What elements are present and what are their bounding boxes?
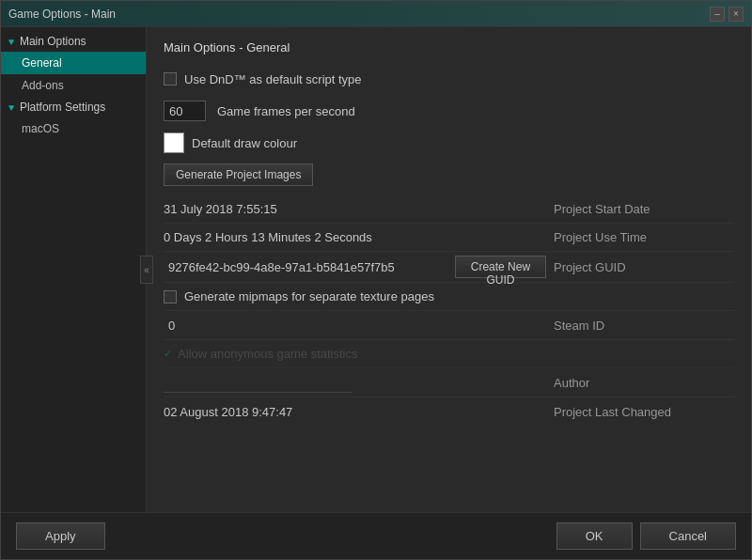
footer-right: OK Cancel — [556, 522, 736, 550]
sidebar-item-addons[interactable]: Add-ons — [1, 74, 146, 97]
sidebar-item-macos[interactable]: macOS — [1, 117, 146, 140]
mipmaps-checkbox[interactable] — [164, 290, 177, 303]
draw-colour-row: Default draw colour — [164, 132, 734, 154]
expand-arrow-icon: ▼ — [7, 37, 16, 47]
project-use-time-row: 0 Days 2 Hours 13 Minutes 2 Seconds Proj… — [164, 224, 734, 252]
fps-label: Game frames per second — [217, 104, 355, 118]
fps-input[interactable] — [164, 101, 206, 121]
sidebar-item-general[interactable]: General — [1, 52, 146, 74]
fps-row: Game frames per second — [164, 100, 734, 122]
author-input[interactable] — [164, 372, 352, 393]
anonymous-label: Allow anonymous game statistics — [178, 347, 357, 361]
sidebar-platform-label: Platform Settings — [20, 101, 105, 114]
mipmaps-label: Generate mipmaps for separate texture pa… — [184, 289, 434, 303]
project-last-changed-row: 02 August 2018 9:47:47 Project Last Chan… — [164, 397, 734, 426]
steam-id-label: Steam ID — [546, 319, 734, 333]
footer: Apply OK Cancel — [1, 512, 751, 559]
steam-id-input[interactable] — [164, 315, 239, 335]
guid-input[interactable] — [164, 257, 447, 277]
project-start-date-value: 31 July 2018 7:55:15 — [164, 202, 546, 216]
content-title: Main Options - General — [164, 40, 734, 54]
project-start-date-label: Project Start Date — [546, 202, 734, 216]
project-guid-row: Create New GUID Project GUID — [164, 252, 734, 283]
minimize-button[interactable]: – — [710, 7, 725, 22]
anonymous-row: ✓ Allow anonymous game statistics — [164, 340, 734, 368]
titlebar-controls: – × — [710, 7, 744, 22]
create-guid-button[interactable]: Create New GUID — [455, 256, 546, 278]
project-last-changed-value: 02 August 2018 9:47:47 — [164, 405, 546, 419]
generate-images-button[interactable]: Generate Project Images — [164, 163, 313, 186]
dnd-row: Use DnD™ as default script type — [164, 68, 734, 90]
sidebar-group-platform-settings[interactable]: ▼ Platform Settings — [1, 97, 146, 117]
dnd-label: Use DnD™ as default script type — [184, 72, 362, 86]
author-label: Author — [546, 376, 734, 390]
gen-images-row: Generate Project Images — [164, 163, 734, 186]
steam-id-row: Steam ID — [164, 311, 734, 340]
guid-container: Create New GUID — [164, 256, 546, 278]
dnd-checkbox[interactable] — [164, 72, 177, 86]
apply-button[interactable]: Apply — [16, 522, 105, 550]
sidebar: ▼ Main Options General Add-ons ▼ Platfor… — [1, 27, 147, 512]
close-button[interactable]: × — [728, 7, 744, 22]
check-icon: ✓ — [164, 348, 172, 360]
expand-arrow-platform-icon: ▼ — [7, 102, 16, 113]
main-content: ▼ Main Options General Add-ons ▼ Platfor… — [1, 27, 751, 512]
sidebar-group-main-options[interactable]: ▼ Main Options — [1, 31, 146, 52]
titlebar: Game Options - Main – × — [1, 1, 751, 27]
project-use-time-value: 0 Days 2 Hours 13 Minutes 2 Seconds — [164, 230, 546, 244]
main-window: Game Options - Main – × ▼ Main Options G… — [0, 0, 752, 560]
data-section: 31 July 2018 7:55:15 Project Start Date … — [164, 195, 734, 426]
project-last-changed-label: Project Last Changed — [546, 405, 734, 419]
sidebar-group-label: Main Options — [20, 35, 86, 48]
footer-left: Apply — [16, 522, 105, 550]
mipmaps-row: Generate mipmaps for separate texture pa… — [164, 283, 734, 311]
project-guid-value: Create New GUID — [164, 256, 546, 278]
sidebar-collapse-btn[interactable]: « — [140, 256, 153, 284]
ok-button[interactable]: OK — [556, 522, 633, 550]
content-area: Main Options - General Use DnD™ as defau… — [147, 27, 751, 512]
color-swatch[interactable] — [164, 132, 184, 153]
window-title: Game Options - Main — [8, 8, 116, 21]
project-use-time-label: Project Use Time — [546, 230, 734, 244]
project-start-date-row: 31 July 2018 7:55:15 Project Start Date — [164, 195, 734, 224]
guid-label: Project GUID — [546, 260, 734, 274]
draw-colour-label: Default draw colour — [192, 136, 297, 150]
author-row: Author — [164, 368, 734, 397]
cancel-button[interactable]: Cancel — [640, 522, 736, 550]
